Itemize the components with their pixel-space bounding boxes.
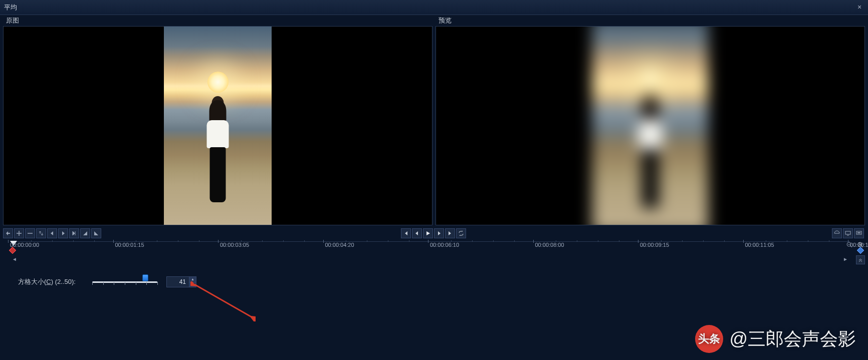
preview-label: 预览 — [436, 15, 865, 26]
preview-canvas — [436, 26, 865, 225]
remove-keyframe-icon[interactable] — [25, 228, 35, 238]
annotation-arrow — [190, 281, 256, 321]
swap-icon[interactable] — [36, 228, 46, 238]
timeline-area: 00:00:00:0000:00:01:1500:00:03:0500:00:0… — [0, 239, 868, 263]
param-row: 方格大小(C) (2..50): 41 ▲ ▼ — [0, 263, 868, 287]
timeline-scroll: ◄ ► — [10, 256, 850, 263]
svg-rect-2 — [857, 232, 860, 233]
label-prefix: 方格大小( — [18, 278, 46, 285]
cell-size-slider[interactable] — [92, 277, 157, 287]
original-image — [164, 27, 272, 225]
watermark-logo: 头条 — [695, 325, 723, 353]
keyframe-toolbar — [3, 228, 102, 238]
loop-icon[interactable] — [456, 228, 466, 238]
watermark-text: @三郎会声会影 — [729, 327, 856, 351]
sun-icon — [207, 72, 229, 93]
collapse-button[interactable] — [856, 255, 865, 264]
fadein-icon[interactable] — [80, 228, 90, 238]
scroll-right-icon[interactable]: ► — [843, 256, 848, 263]
prev-frame-icon[interactable] — [412, 228, 422, 238]
preview-row: 原图 预览 — [0, 15, 868, 225]
go-end-icon[interactable] — [445, 228, 455, 238]
person-silhouette — [635, 94, 665, 218]
spin-down-button[interactable]: ▼ — [189, 282, 196, 287]
label-hotkey: C — [46, 278, 51, 285]
reverse-icon[interactable] — [69, 228, 79, 238]
titlebar: 平均 × — [0, 0, 868, 15]
watermark: 头条 @三郎会声会影 — [695, 325, 856, 353]
toolbar-row — [0, 227, 868, 239]
original-pane: 原图 — [3, 15, 432, 225]
external-monitor-icon[interactable] — [854, 228, 864, 238]
original-label: 原图 — [3, 15, 432, 26]
svg-line-5 — [194, 284, 251, 316]
preview-image — [592, 26, 708, 225]
display-toolbar — [832, 228, 865, 238]
label-suffix: ) (2..50): — [51, 278, 76, 285]
person-silhouette — [204, 96, 232, 211]
display-mode-icon[interactable] — [832, 228, 842, 238]
window-title: 平均 — [4, 3, 17, 12]
fadeout-icon[interactable] — [91, 228, 101, 238]
timeline-tick: 00:00:12:20 — [850, 242, 868, 248]
scroll-left-icon[interactable]: ◄ — [12, 256, 17, 263]
add-keyframe-icon[interactable] — [14, 228, 24, 238]
next-frame-icon[interactable] — [434, 228, 444, 238]
cell-size-label: 方格大小(C) (2..50): — [18, 277, 83, 286]
spin-up-button[interactable]: ▲ — [189, 277, 196, 282]
playback-controls — [401, 228, 467, 238]
preview-pane: 预览 — [436, 15, 865, 225]
svg-rect-0 — [845, 231, 850, 234]
go-start-icon[interactable] — [401, 228, 411, 238]
close-button[interactable]: × — [855, 3, 864, 12]
next-keyframe-icon[interactable] — [58, 228, 68, 238]
original-canvas — [3, 26, 432, 225]
sun-icon — [639, 67, 662, 90]
timeline-ruler[interactable]: 00:00:00:0000:00:01:1500:00:03:0500:00:0… — [10, 241, 850, 256]
cell-size-value[interactable]: 41 — [167, 277, 189, 287]
cell-size-spinbox[interactable]: 41 ▲ ▼ — [166, 276, 196, 287]
play-icon[interactable] — [423, 228, 433, 238]
monitor-icon[interactable] — [843, 228, 853, 238]
slider-thumb[interactable] — [142, 274, 148, 281]
prev-keyframe-icon[interactable] — [47, 228, 57, 238]
undo-icon[interactable] — [3, 228, 13, 238]
